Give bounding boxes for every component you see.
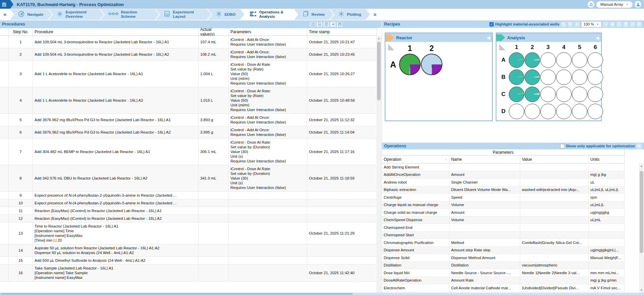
wizard-step-operations-analysis[interactable]: Operations & Analysis [241, 9, 298, 20]
table-row[interactable]: 4Add 1 L Acetonitrile to Reactor (Jacket… [0, 87, 377, 114]
well-D1[interactable] [509, 104, 524, 119]
well-D2[interactable] [525, 104, 540, 119]
collapse-left-icon[interactable]: ◀ [596, 35, 599, 40]
wizard-step-experiment-overview[interactable]: Experiment Overview [49, 9, 104, 20]
well-D4[interactable] [556, 104, 572, 119]
save-icon[interactable] [0, 0, 13, 9]
wizard-step-reaction-scheme[interactable]: Reaction Scheme [100, 9, 159, 20]
operations-vertical-scrollbar[interactable]: ▲ ▼ [639, 163, 644, 293]
table-row[interactable]: Chromatographic PurificationMethodCombif… [382, 239, 625, 247]
well-A2[interactable] [525, 52, 540, 68]
well-C3[interactable] [540, 87, 556, 102]
horizontal-scrollbar[interactable] [0, 293, 644, 295]
table-row[interactable]: 2Add 109.504 mL 3-bromoquinoline to Reac… [0, 48, 377, 61]
table-row[interactable]: Charge solid as manual chargeAmountug|mg… [382, 209, 625, 216]
undo-icon[interactable] [561, 21, 567, 27]
column-header-operation[interactable]: Operation↑ [382, 155, 449, 163]
wizard-step-navigate[interactable]: Navigate [10, 9, 52, 20]
table-row[interactable]: 9Expect presence of N-(4-phenylbutan-2-y… [0, 192, 377, 199]
table-row[interactable]: 15Add 500 µL Dimethyl Sulfoxide to Analy… [0, 257, 377, 264]
scrollbar-thumb[interactable] [1, 293, 353, 295]
share-icon[interactable] [330, 22, 336, 27]
well-B5[interactable] [572, 69, 587, 85]
zoom-level-dropdown[interactable]: 100 % ▼ [581, 21, 601, 27]
table-row[interactable]: ElectrochemCell Anode material Cathode m… [382, 284, 625, 292]
table-row[interactable]: 6Add 3976.962 mg tBuXPhos Pd G3 to React… [0, 126, 377, 139]
settings-gear-icon[interactable] [636, 21, 642, 27]
well-B4[interactable] [556, 69, 572, 85]
table-row[interactable]: 1Add 109.504 mL 3-bromoquinoline to Reac… [0, 36, 377, 48]
well-A4[interactable] [556, 52, 572, 68]
well-D3[interactable] [540, 104, 556, 119]
search-icon[interactable] [636, 143, 642, 149]
zoom-search-icon[interactable] [568, 21, 573, 27]
well-A6[interactable] [588, 52, 603, 68]
column-header-procedure[interactable]: Procedure [33, 28, 199, 36]
well-D6[interactable] [588, 104, 603, 119]
wizard-step-plotting[interactable]: Plotting [330, 9, 370, 20]
table-row[interactable]: Dose liquid NHNeedle Source - Source Sou… [382, 269, 625, 277]
optimization-filter-checkbox[interactable] [560, 144, 565, 148]
scrollbar-thumb[interactable] [377, 42, 381, 100]
array-mode-dropdown[interactable]: Manual Array ▼ [596, 1, 633, 8]
table-row[interactable]: 13Time to Reactor (Jacketed Lab Reactor … [0, 223, 377, 244]
well-B1[interactable] [509, 69, 524, 85]
zoom-in-icon[interactable] [574, 21, 580, 27]
table-row[interactable]: AddAtOnceOperationAmountmg| g |kg [382, 171, 625, 179]
scroll-up-icon[interactable]: ▲ [639, 163, 644, 168]
table-row[interactable]: 7Add 304.482 mL BEMP to Reactor (Jackete… [0, 139, 377, 165]
droplet-icon[interactable] [609, 21, 615, 27]
well-A2[interactable] [421, 54, 442, 75]
table-row[interactable]: CentrifugeSpeedrpm [382, 194, 625, 201]
column-header-parameters[interactable]: Parameters [229, 28, 307, 36]
well-C1[interactable] [509, 87, 524, 102]
notes-icon[interactable] [323, 22, 329, 27]
table-row[interactable]: Dispense SolidDispense Method AmountManu… [382, 254, 625, 262]
wizard-step-experiment-layout[interactable]: Experiment Layout [156, 9, 211, 20]
table-row[interactable]: Andrew robotSingle ChanneluL [382, 179, 625, 186]
table-row[interactable]: 3Add 1 L Acetonitrile to Reactor (Jacket… [0, 61, 377, 87]
table-row[interactable]: 8Add 342.576 mL DBU to Reactor (Jacketed… [0, 165, 377, 192]
column-header-time-stamp[interactable]: Time stamp [307, 28, 377, 36]
table-row[interactable]: Chemspeed End [382, 224, 625, 232]
scroll-up-icon[interactable]: ▲ [376, 36, 381, 41]
table-row[interactable]: Dispense AmountAmount step Rate stepug|m… [382, 247, 625, 254]
table-row[interactable]: 11Reaction (EasyMax) (iControl) to React… [0, 207, 377, 215]
table-row[interactable]: 5Add 3976.962 mg tBuXPhos Pd G3 to React… [0, 114, 377, 126]
columns-icon[interactable] [310, 22, 316, 27]
notifications-bell-icon[interactable] [588, 1, 594, 8]
table-row[interactable]: DistillationDistillationvacuum|atmospher… [382, 262, 625, 269]
well-B2[interactable] [525, 69, 540, 85]
well-A3[interactable] [540, 52, 556, 68]
table-row[interactable]: 14Aspirate 50 µL solution from Reactor (… [0, 244, 377, 257]
table-row[interactable]: ChemSpeed DispenseVolumeuL|mL [382, 216, 625, 224]
table-row[interactable]: Add Stirring Element [382, 163, 625, 171]
table-row[interactable]: 16Take Sample (Jacketed Lab Reactor - 16… [0, 264, 377, 282]
well-C5[interactable] [572, 87, 587, 102]
table-row[interactable]: 12Reaction (EasyMax) (iControl) to React… [0, 215, 377, 223]
add-document-icon[interactable] [317, 22, 322, 27]
select-all-corner-icon[interactable] [388, 44, 394, 50]
well-C6[interactable] [588, 87, 603, 102]
zoom-out-icon[interactable] [603, 21, 608, 27]
scrollbar-thumb[interactable] [640, 171, 643, 253]
column-header-actual-value-s-[interactable]: Actual value(s) [199, 28, 229, 36]
collapse-left-icon[interactable]: ◀ [487, 35, 490, 40]
select-all-corner-icon[interactable] [499, 44, 505, 50]
column-header-name[interactable]: Name [449, 155, 520, 163]
well-B6[interactable] [588, 69, 603, 85]
well-A5[interactable] [572, 52, 587, 68]
table-row[interactable]: Chemspeed Start [382, 232, 625, 239]
table-row[interactable]: Biphasic extractionDiluent Diluent Volum… [382, 186, 625, 194]
wizard-step-edbo[interactable]: EDBO [208, 9, 244, 20]
wizard-step-review[interactable]: Review [294, 9, 334, 20]
user-profile-icon[interactable] [635, 1, 641, 8]
clipboard-icon[interactable] [623, 21, 629, 27]
well-B3[interactable] [540, 69, 556, 85]
print-icon[interactable] [337, 22, 342, 27]
column-header-units[interactable]: Units [589, 155, 625, 163]
table-row[interactable]: DoseAtRateOperationAmount Ratemg| g |kg … [382, 277, 625, 285]
scroll-steps-left-icon[interactable]: « [0, 11, 10, 18]
table-row[interactable]: 10Expect presence of N-(4-phenylbutan-2-… [0, 199, 377, 207]
well-C4[interactable] [556, 87, 572, 102]
